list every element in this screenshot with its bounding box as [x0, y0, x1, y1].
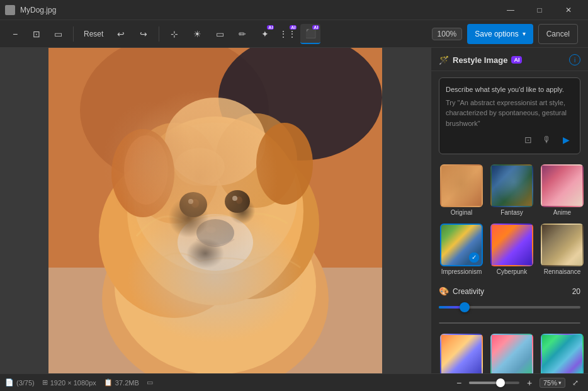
creativity-label: Creativity — [453, 287, 484, 296]
prompt-hint: Try "An abstract expressionist art style… — [446, 99, 567, 127]
close-button[interactable]: ✕ — [554, 0, 583, 20]
svg-point-24 — [178, 214, 253, 271]
style-item-pixelart[interactable]: Pixel Art — [540, 332, 585, 373]
zoom-percent-chevron: ▾ — [558, 380, 562, 386]
creativity-slider[interactable] — [439, 301, 580, 314]
style-item-fantasy[interactable]: Fantasy — [489, 163, 534, 217]
svg-point-4 — [102, 205, 329, 374]
brightness-button[interactable]: ☀ — [187, 24, 207, 44]
zoom-fit-button[interactable]: ⊡ — [26, 24, 47, 44]
right-panel: 🪄 Restyle Image AI i Describe what style… — [431, 48, 588, 373]
svg-point-19 — [196, 219, 234, 247]
style-thumb-rennaisance — [541, 224, 584, 266]
style-thumb-surrealism — [440, 334, 483, 373]
resolution-value: 1920 × 1080px — [50, 379, 96, 387]
creativity-title-row: 🎨 Creativity — [439, 286, 484, 296]
style-item-cyberpunk[interactable]: Cyberpunk — [489, 222, 534, 276]
svg-point-11 — [215, 113, 297, 208]
status-filesize: 📋 37.2MB — [104, 378, 139, 387]
canvas-area[interactable] — [0, 48, 431, 373]
redo-button[interactable]: ↪ — [133, 24, 154, 44]
svg-point-16 — [225, 190, 250, 213]
svg-point-10 — [130, 123, 218, 224]
ai-badge-2: AI — [290, 25, 297, 30]
slider-thumb[interactable] — [460, 302, 470, 312]
pages-value: (3/75) — [16, 379, 35, 387]
mic-button[interactable]: 🎙 — [540, 132, 555, 147]
foreground-only-button[interactable]: Foreground only — [510, 323, 580, 324]
zoom-percent-display[interactable]: 75% ▾ — [540, 378, 565, 388]
filesize-value: 37.2MB — [115, 379, 139, 387]
draw-button[interactable]: ✏ — [232, 24, 252, 44]
apply-mode-toggle: Background only Foreground only — [439, 322, 580, 324]
save-options-button[interactable]: Save options ▾ — [467, 24, 533, 44]
crop-button[interactable]: ⊹ — [164, 24, 184, 44]
creativity-value: 20 — [572, 287, 580, 296]
svg-point-12 — [165, 98, 266, 186]
send-icon: ▶ — [563, 135, 570, 145]
svg-rect-3 — [48, 268, 382, 374]
zoom-fit-icon: ⊡ — [33, 29, 40, 39]
save-chevron-icon: ▾ — [523, 30, 526, 37]
reset-button[interactable]: Reset — [79, 24, 108, 44]
ai-tool-3-button[interactable]: ⬛ AI — [300, 24, 320, 44]
svg-point-21 — [111, 129, 174, 217]
brightness-icon: ☀ — [193, 29, 201, 39]
ai-tool-2-button[interactable]: ⋮⋮ AI — [278, 24, 298, 44]
status-zoom-slider[interactable] — [469, 382, 519, 384]
frame-button[interactable]: ▭ — [210, 24, 230, 44]
svg-point-9 — [133, 123, 297, 274]
svg-point-8 — [127, 116, 303, 305]
style-item-anime[interactable]: Anime — [540, 163, 585, 217]
zoom-display: 100% — [432, 28, 463, 40]
send-button[interactable]: ▶ — [558, 132, 574, 147]
style-item-surrealism[interactable]: Surrealism — [439, 332, 484, 373]
copy-button[interactable]: ⊡ — [521, 132, 536, 147]
style-label-original: Original — [451, 209, 472, 216]
copy-icon: ⊡ — [524, 135, 532, 145]
zoom-window-button[interactable]: ▭ — [48, 24, 68, 44]
svg-point-18 — [232, 196, 237, 201]
ai-badge-1: AI — [267, 25, 274, 30]
svg-point-7 — [181, 148, 319, 299]
status-view: ▭ — [147, 378, 153, 387]
panel-ai-badge: AI — [511, 56, 522, 64]
cancel-button[interactable]: Cancel — [538, 24, 578, 44]
mic-icon: 🎙 — [543, 135, 551, 145]
style-label-cyberpunk: Cyberpunk — [497, 268, 527, 275]
maximize-button[interactable]: □ — [525, 0, 554, 20]
zoom-out-icon: − — [13, 29, 18, 39]
status-zoom-out-button[interactable]: − — [451, 375, 466, 390]
undo-button[interactable]: ↩ — [111, 24, 131, 44]
zoom-slider-container: − + 75% ▾ ⤢ — [451, 375, 583, 390]
style-item-original[interactable]: Original — [439, 163, 484, 217]
main-area: 🪄 Restyle Image AI i Describe what style… — [0, 48, 588, 373]
canvas-image — [48, 48, 382, 373]
status-zoom-in-button[interactable]: + — [522, 375, 537, 390]
undo-icon: ↩ — [117, 29, 125, 39]
svg-point-14 — [191, 199, 199, 208]
minimize-button[interactable]: — — [496, 0, 525, 20]
ai-tool-1-button[interactable]: ✦ AI — [255, 24, 275, 44]
style-item-papercraft[interactable]: Paper Craft — [489, 332, 534, 373]
redo-icon: ↪ — [140, 29, 147, 39]
zoom-out-button[interactable]: − — [5, 24, 25, 44]
svg-point-15 — [188, 199, 193, 204]
zoom-group: − ⊡ ▭ — [5, 24, 68, 44]
style-item-impressionism[interactable]: ✓ Impressionism — [439, 222, 484, 276]
panel-info-button[interactable]: i — [569, 54, 580, 65]
save-options-label: Save options — [475, 30, 518, 38]
background-only-button[interactable]: Background only — [439, 323, 510, 324]
svg-point-5 — [115, 198, 316, 374]
svg-point-2 — [218, 48, 382, 161]
status-resolution: ⊞ 1920 × 1080px — [42, 378, 96, 387]
zoom-slider-thumb[interactable] — [496, 378, 505, 387]
prompt-area[interactable]: Describe what style you'd like to apply.… — [439, 77, 580, 154]
ai-badge-3: AI — [312, 25, 319, 30]
restyle-icon: 🪄 — [439, 55, 449, 65]
style-item-rennaisance[interactable]: Rennaisance — [540, 222, 585, 276]
prompt-label: Describe what style you'd like to apply. — [446, 84, 574, 95]
style-grid: Original Fantasy Anime ✓ Impressionism C… — [431, 161, 588, 283]
style-label-fantasy: Fantasy — [500, 209, 523, 216]
fullscreen-button[interactable]: ⤢ — [568, 375, 583, 390]
